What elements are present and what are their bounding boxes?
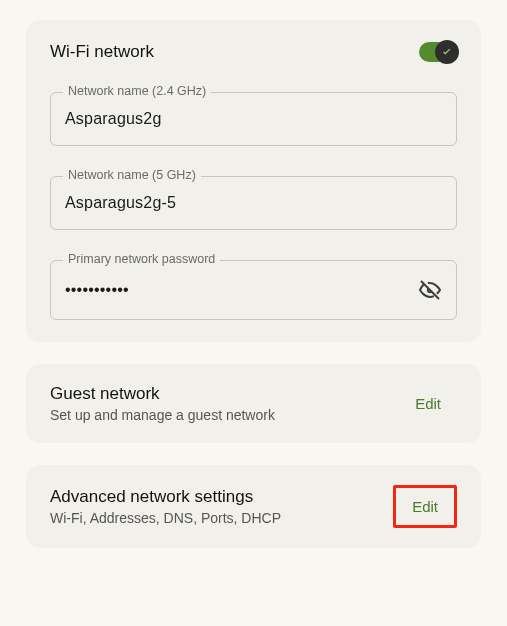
primary-password-value: ••••••••••• <box>65 281 418 299</box>
advanced-edit-button[interactable]: Edit <box>396 488 454 525</box>
advanced-settings-card: Advanced network settings Wi-Fi, Address… <box>26 465 481 548</box>
primary-password-label: Primary network password <box>63 252 220 266</box>
advanced-edit-highlight: Edit <box>393 485 457 528</box>
network-name-24-field[interactable]: Network name (2.4 GHz) Asparagus2g <box>50 92 457 146</box>
wifi-network-card: Wi-Fi network Network name (2.4 GHz) Asp… <box>26 20 481 342</box>
wifi-header-row: Wi-Fi network <box>50 42 457 62</box>
advanced-subtitle: Wi-Fi, Addresses, DNS, Ports, DHCP <box>50 510 281 526</box>
network-name-5-label: Network name (5 GHz) <box>63 168 201 182</box>
wifi-title: Wi-Fi network <box>50 42 154 62</box>
visibility-off-icon[interactable] <box>418 278 442 302</box>
wifi-toggle[interactable] <box>419 42 457 62</box>
toggle-thumb <box>435 40 459 64</box>
network-name-24-value: Asparagus2g <box>65 110 442 128</box>
check-icon <box>440 45 454 59</box>
network-name-24-label: Network name (2.4 GHz) <box>63 84 211 98</box>
guest-title: Guest network <box>50 384 275 404</box>
advanced-title: Advanced network settings <box>50 487 281 507</box>
guest-edit-button[interactable]: Edit <box>399 385 457 422</box>
network-name-5-value: Asparagus2g-5 <box>65 194 442 212</box>
guest-network-card: Guest network Set up and manage a guest … <box>26 364 481 443</box>
network-name-5-field[interactable]: Network name (5 GHz) Asparagus2g-5 <box>50 176 457 230</box>
guest-subtitle: Set up and manage a guest network <box>50 407 275 423</box>
primary-password-field[interactable]: Primary network password ••••••••••• <box>50 260 457 320</box>
